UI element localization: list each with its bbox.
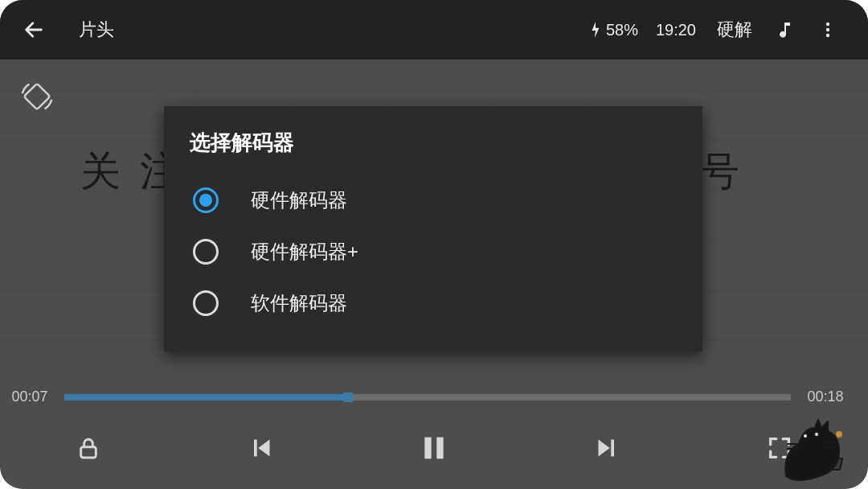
lock-icon <box>76 435 101 461</box>
decoder-dialog: 选择解码器 硬件解码器 硬件解码器+ 软件解码器 <box>164 106 702 351</box>
seek-thumb[interactable] <box>343 392 353 402</box>
svg-point-1 <box>826 28 829 31</box>
transport-controls <box>0 412 868 484</box>
play-pause-button[interactable] <box>411 425 457 471</box>
pause-icon <box>418 432 450 464</box>
radio-icon <box>193 187 219 213</box>
back-arrow-icon <box>23 18 45 41</box>
audio-track-button[interactable] <box>768 12 804 47</box>
svg-rect-3 <box>24 84 51 110</box>
progress-row: 00:07 00:18 <box>0 388 868 405</box>
decoder-option-hw-plus[interactable]: 硬件解码器+ <box>190 226 677 277</box>
rotate-icon <box>18 78 55 115</box>
overflow-menu-button[interactable] <box>810 12 845 47</box>
option-label: 软件解码器 <box>251 290 347 316</box>
clock: 19:20 <box>656 21 696 39</box>
decoder-option-sw[interactable]: 软件解码器 <box>190 277 677 329</box>
svg-rect-4 <box>81 447 96 458</box>
cat-plant-icon <box>772 402 860 483</box>
lock-button[interactable] <box>66 425 111 471</box>
svg-point-2 <box>826 34 829 37</box>
dialog-title: 选择解码器 <box>190 129 677 157</box>
radio-icon <box>193 290 219 316</box>
svg-rect-5 <box>424 438 431 459</box>
skip-previous-icon <box>247 434 276 462</box>
option-label: 硬件解码器+ <box>251 239 358 265</box>
seek-bar[interactable] <box>64 394 791 401</box>
next-button[interactable] <box>584 425 629 471</box>
skip-next-icon <box>592 434 621 462</box>
mascot-decoration <box>772 402 860 483</box>
player-screen: 关注13号信箱微信公众号 更多好玩的软件 片头 58% 19:20 硬解 <box>0 0 868 489</box>
svg-rect-6 <box>436 438 443 459</box>
battery-status: 58% <box>590 21 638 39</box>
svg-point-0 <box>826 23 829 26</box>
top-bar: 片头 58% 19:20 硬解 <box>0 0 868 60</box>
previous-button[interactable] <box>239 425 284 471</box>
more-vertical-icon <box>818 20 837 39</box>
back-button[interactable] <box>16 12 51 47</box>
svg-point-9 <box>803 434 808 438</box>
svg-point-7 <box>836 431 842 438</box>
svg-point-10 <box>814 432 819 437</box>
rotate-screen-button[interactable] <box>14 74 59 119</box>
music-note-icon <box>776 20 796 39</box>
radio-icon <box>193 239 219 265</box>
charging-icon <box>590 22 601 38</box>
option-label: 硬件解码器 <box>251 187 347 213</box>
time-current: 00:07 <box>6 388 53 405</box>
video-title: 片头 <box>79 18 114 42</box>
decoder-mode-button[interactable]: 硬解 <box>717 18 752 42</box>
seek-fill <box>64 394 348 401</box>
battery-pct: 58% <box>606 21 638 39</box>
decoder-option-hw[interactable]: 硬件解码器 <box>190 175 677 226</box>
